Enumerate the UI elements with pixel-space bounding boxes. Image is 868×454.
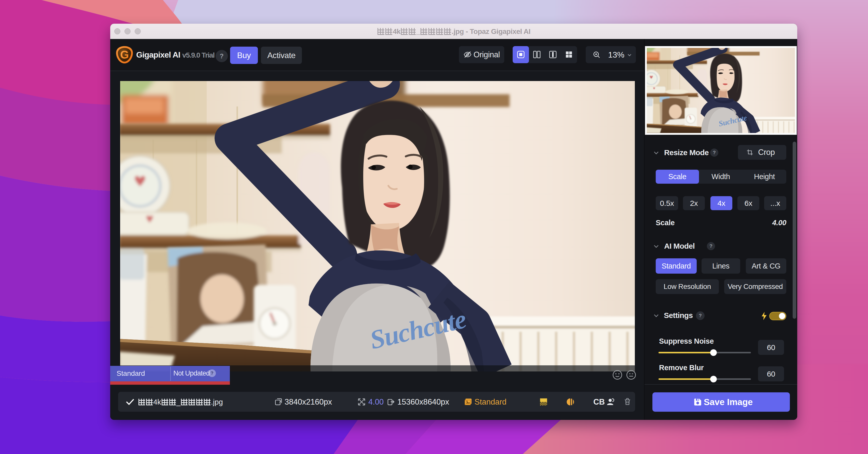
svg-text:G: G	[120, 49, 129, 61]
